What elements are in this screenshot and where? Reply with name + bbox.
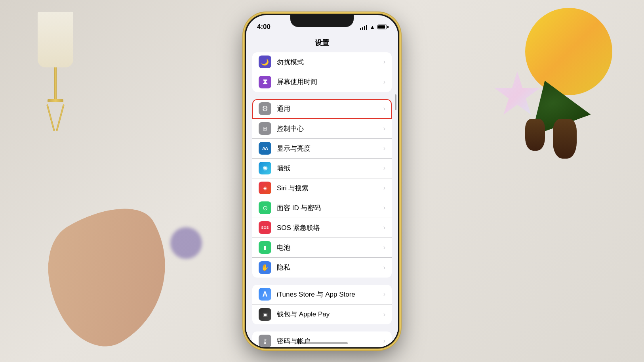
settings-item-screen-time[interactable]: ⧗ 屏幕使用时间 › [252, 72, 392, 92]
passwords-icon: ⚷ [259, 335, 271, 347]
wallpaper-label: 墙纸 [277, 164, 383, 173]
siri-icon: ◈ [259, 182, 271, 194]
iphone-screen: 4:00 ▲ 设置 🌙 [246, 15, 398, 347]
control-center-icon: ⊞ [259, 122, 271, 135]
settings-item-privacy[interactable]: ✋ 隐私 › [252, 258, 392, 278]
siri-label: Siri 与搜索 [277, 184, 383, 193]
screen-time-icon: ⧗ [259, 76, 271, 88]
settings-item-general[interactable]: ⚙ 通用 › [252, 99, 392, 119]
settings-item-itunes[interactable]: A iTunes Store 与 App Store › [252, 285, 392, 305]
chevron-icon: › [383, 184, 385, 192]
do-not-disturb-icon: 🌙 [259, 56, 271, 68]
display-icon: AA [259, 142, 271, 155]
settings-item-wallpaper[interactable]: ✺ 墙纸 › [252, 159, 392, 178]
signal-icon [360, 24, 367, 30]
settings-item-control-center[interactable]: ⊞ 控制中心 › [252, 119, 392, 139]
section-3: A iTunes Store 与 App Store › ▣ 钱包与 Apple… [252, 285, 392, 324]
sos-icon: SOS [259, 221, 271, 234]
settings-item-display[interactable]: AA 显示与亮度 › [252, 139, 392, 159]
page-title: 设置 [246, 35, 398, 52]
lamp-decoration [24, 12, 87, 139]
notch [290, 15, 354, 27]
settings-item-sos[interactable]: SOS SOS 紧急联络 › [252, 218, 392, 238]
chevron-icon: › [383, 79, 385, 86]
wallet-label: 钱包与 Apple Pay [277, 310, 383, 319]
chevron-icon: › [383, 264, 385, 271]
settings-item-face-id[interactable]: ⊙ 面容 ID 与密码 › [252, 198, 392, 218]
sos-label: SOS 紧急联络 [277, 223, 383, 232]
wallpaper-icon: ✺ [259, 162, 271, 174]
general-label: 通用 [277, 104, 383, 113]
settings-list: 🌙 勿扰模式 › ⧗ 屏幕使用时间 › ⚙ 通用 [246, 52, 398, 347]
screen-time-label: 屏幕使用时间 [277, 77, 383, 86]
privacy-label: 隐私 [277, 263, 383, 272]
settings-item-passwords[interactable]: ⚷ 密码与帐户 › [252, 331, 392, 347]
face-id-icon: ⊙ [259, 201, 271, 214]
section-2: ⚙ 通用 › ⊞ 控制中心 › AA 显示与亮度 › [252, 99, 392, 278]
control-center-label: 控制中心 [277, 124, 383, 133]
group-spacer-1 [246, 92, 398, 99]
display-label: 显示与亮度 [277, 144, 383, 153]
itunes-icon: A [259, 288, 271, 301]
battery-settings-icon: ▮ [259, 241, 271, 254]
status-icons: ▲ [360, 24, 387, 30]
settings-item-siri[interactable]: ◈ Siri 与搜索 › [252, 178, 392, 198]
scroll-indicator [395, 94, 396, 110]
chevron-icon: › [383, 224, 385, 231]
battery-label: 电池 [277, 243, 383, 252]
group-spacer-3 [246, 324, 398, 331]
settings-item-battery[interactable]: ▮ 电池 › [252, 238, 392, 258]
chevron-icon: › [383, 165, 385, 172]
chevron-icon: › [383, 311, 385, 318]
group-spacer-2 [246, 278, 398, 285]
wallet-icon: ▣ [259, 308, 271, 321]
chevron-icon: › [383, 145, 385, 152]
touch-indicator [170, 227, 202, 259]
privacy-icon: ✋ [259, 261, 271, 274]
chevron-icon: › [383, 244, 385, 251]
section-4: ⚷ 密码与帐户 › ✉ 邮件 › 👤 通讯录 › [252, 331, 392, 347]
status-time: 4:00 [257, 23, 271, 31]
battery-icon [377, 25, 387, 29]
home-indicator [296, 342, 348, 344]
chevron-icon: › [383, 337, 385, 345]
chevron-icon: › [383, 291, 385, 298]
general-icon: ⚙ [259, 102, 271, 115]
chevron-icon: › [383, 105, 385, 112]
itunes-label: iTunes Store 与 App Store [277, 290, 383, 299]
do-not-disturb-label: 勿扰模式 [277, 57, 383, 67]
wifi-icon: ▲ [370, 24, 375, 30]
face-id-label: 面容 ID 与密码 [277, 203, 383, 213]
chevron-icon: › [383, 204, 385, 211]
section-1: 🌙 勿扰模式 › ⧗ 屏幕使用时间 › [252, 52, 392, 92]
passwords-label: 密码与帐户 [277, 337, 383, 346]
chevron-icon: › [383, 58, 385, 65]
screen-content: 设置 🌙 勿扰模式 › ⧗ 屏幕使用时间 › [246, 35, 398, 347]
chevron-icon: › [383, 125, 385, 132]
iphone-device: 4:00 ▲ 设置 🌙 [245, 14, 399, 349]
pine-decoration [474, 79, 593, 159]
settings-item-do-not-disturb[interactable]: 🌙 勿扰模式 › [252, 52, 392, 72]
settings-item-wallet[interactable]: ▣ 钱包与 Apple Pay › [252, 305, 392, 324]
